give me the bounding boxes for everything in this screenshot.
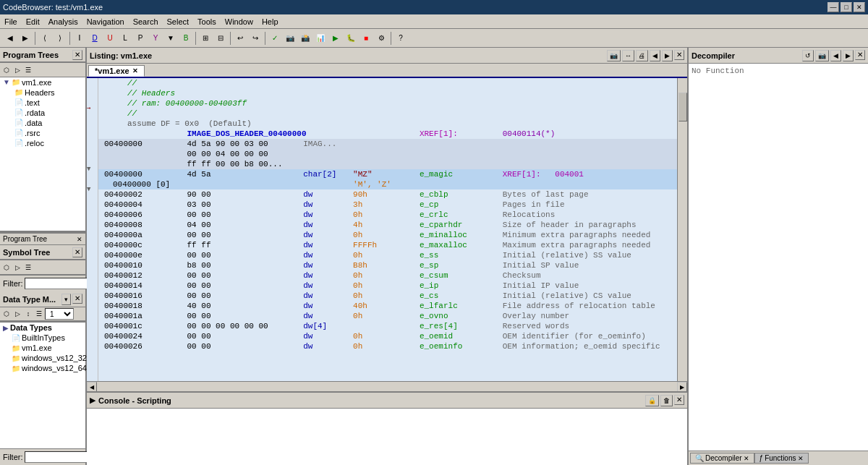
dt-btn1[interactable]: ▾ — [61, 294, 71, 305]
stop-button[interactable]: ■ — [359, 31, 373, 46]
tree-item-headers[interactable]: 📁 Headers — [0, 88, 85, 98]
undo-button[interactable]: ↩ — [233, 31, 247, 46]
screenshot-button[interactable]: 📷 — [283, 31, 297, 46]
data-types-toolbar: ⬡ ▷ ↕ ☰ 1 — [0, 307, 85, 322]
collapse-btn-2[interactable]: ▼ — [87, 185, 98, 195]
listing-snapshot-btn[interactable]: 📷 — [607, 50, 621, 61]
console-close[interactable]: ✕ — [674, 395, 684, 405]
config-button[interactable]: ⚙ — [374, 31, 388, 46]
dt-windows64[interactable]: 📁 windows_vs12_64 — [0, 363, 85, 373]
menu-select[interactable]: Select — [163, 16, 194, 27]
dt-windows32[interactable]: 📁 windows_vs12_32 — [0, 353, 85, 363]
debug-button[interactable]: 🐛 — [344, 31, 358, 46]
console-content[interactable] — [87, 409, 687, 465]
tool-btn-4[interactable]: L — [118, 31, 132, 46]
console-lock-btn[interactable]: 🔒 — [645, 395, 659, 406]
decompiler-tab-functions[interactable]: ƒ Functions ✕ — [754, 453, 809, 464]
vertical-scrollbar[interactable] — [677, 78, 687, 381]
tree-item-data[interactable]: 📄 .data — [0, 118, 85, 128]
dt-filter-label: Filter: — [3, 453, 23, 461]
listing-tab-close[interactable]: ✕ — [132, 67, 138, 74]
pt-btn3[interactable]: ☰ — [23, 65, 33, 75]
console-clear-btn[interactable]: 🗑 — [660, 395, 673, 406]
dt-tool3[interactable]: ↕ — [23, 309, 33, 319]
help-button[interactable]: ? — [393, 31, 408, 46]
st-btn2[interactable]: ▷ — [12, 263, 22, 273]
scroll-right-btn[interactable]: ▶ — [677, 382, 687, 392]
dt-vm1exe[interactable]: 📁 vm1.exe — [0, 343, 85, 353]
menu-file[interactable]: File — [0, 16, 22, 27]
menu-edit[interactable]: Edit — [22, 16, 44, 27]
tree-item-rsrc[interactable]: 📄 .rsrc — [0, 128, 85, 138]
data-types-header: Data Type M... ▾ ✕ — [0, 291, 85, 307]
dt-tool2[interactable]: ▷ — [12, 309, 22, 319]
decompiler-tab-decompiler[interactable]: 🔍 Decompiler ✕ — [690, 453, 754, 464]
dt-builtintypes[interactable]: 📄 BuiltInTypes — [0, 333, 85, 343]
decompiler-nav-next[interactable]: ▶ — [843, 50, 854, 61]
menu-search[interactable]: Search — [129, 16, 163, 27]
tree-item-reloc[interactable]: 📄 .reloc — [0, 138, 85, 148]
decompiler-tab-close[interactable]: ✕ — [744, 455, 749, 462]
pt-btn1[interactable]: ⬡ — [1, 65, 12, 75]
tool-btn-7[interactable]: ▼ — [163, 31, 178, 46]
data-types-close[interactable]: ✕ — [72, 294, 82, 304]
tree-item-vm1exe[interactable]: ▼ 📁 vm1.exe — [0, 77, 85, 88]
st-btn1[interactable]: ⬡ — [1, 263, 12, 273]
tool-btn-1[interactable]: I — [72, 31, 87, 46]
scrollbar-thumb[interactable] — [678, 93, 687, 121]
nav-next-button[interactable]: ⟩ — [53, 31, 67, 46]
run-button[interactable]: ▶ — [328, 31, 343, 46]
collapse-btn-1[interactable]: ▼ — [87, 165, 98, 175]
tool-btn-9[interactable]: ⊞ — [198, 31, 213, 46]
minimize-button[interactable]: — — [827, 2, 839, 12]
listing-nav-next[interactable]: ▶ — [662, 50, 673, 61]
tree-item-rdata[interactable]: 📄 .rdata — [0, 108, 85, 118]
pt-btn2[interactable]: ▷ — [12, 65, 22, 75]
menu-window[interactable]: Window — [221, 16, 258, 27]
scroll-left-btn[interactable]: ◀ — [87, 382, 97, 392]
maximize-button[interactable]: □ — [841, 2, 852, 12]
dt-datatypes[interactable]: ▶ Data Types — [0, 323, 85, 333]
decompiler-snapshot-btn[interactable]: 📷 — [815, 50, 829, 61]
program-tree-close-icon[interactable]: ✕ — [77, 236, 82, 243]
listing-print-btn[interactable]: 🖨 — [636, 50, 648, 61]
listing-close[interactable]: ✕ — [674, 50, 684, 60]
capture-button[interactable]: 📸 — [298, 31, 312, 46]
dt-tool1[interactable]: ⬡ — [1, 309, 12, 319]
listing-tab-vm1exe[interactable]: *vm1.exe ✕ — [88, 65, 145, 77]
listing-tab-bar: *vm1.exe ✕ — [87, 64, 687, 78]
listing-compare-btn[interactable]: ↔ — [622, 50, 634, 61]
menu-navigation[interactable]: Navigation — [82, 16, 129, 27]
tool-btn-2[interactable]: D — [88, 31, 102, 46]
listing-content[interactable]: // // Headers // ram: 00400000-004003ff … — [98, 78, 687, 381]
st-btn3[interactable]: ☰ — [23, 263, 33, 273]
functions-tab-close[interactable]: ✕ — [798, 455, 804, 462]
program-trees-close[interactable]: ✕ — [72, 50, 82, 60]
redo-button[interactable]: ↪ — [248, 31, 263, 46]
tool-btn-8[interactable]: B — [179, 31, 193, 46]
nav-prev-button[interactable]: ⟨ — [38, 31, 52, 46]
menu-analysis[interactable]: Analysis — [44, 16, 82, 27]
graph-button[interactable]: 📊 — [313, 31, 328, 46]
tree-item-text[interactable]: 📄 .text — [0, 98, 85, 108]
tool-btn-10[interactable]: ⊟ — [213, 31, 228, 46]
symbol-tree-close[interactable]: ✕ — [72, 247, 82, 257]
tool-btn-3[interactable]: U — [103, 31, 117, 46]
tool-btn-6[interactable]: Y — [148, 31, 163, 46]
listing-nav-prev[interactable]: ◀ — [650, 50, 660, 61]
dt-select[interactable]: 1 — [45, 308, 74, 320]
close-button[interactable]: ✕ — [854, 2, 865, 12]
dt-tool4[interactable]: ☰ — [34, 309, 44, 319]
back-button[interactable]: ◀ — [3, 31, 17, 46]
decompiler-close[interactable]: ✕ — [855, 50, 865, 60]
horizontal-scrollbar[interactable]: ◀ ▶ — [87, 381, 687, 391]
decompiler-refresh-btn[interactable]: ↺ — [802, 50, 814, 61]
check-button[interactable]: ✓ — [268, 31, 282, 46]
forward-button[interactable]: ▶ — [18, 31, 33, 46]
menu-tools[interactable]: Tools — [193, 16, 221, 27]
table-row: // Headers — [98, 88, 687, 98]
program-trees-header: Program Trees ✕ — [0, 48, 85, 63]
menu-help[interactable]: Help — [258, 16, 283, 27]
tool-btn-5[interactable]: P — [133, 31, 148, 46]
decompiler-nav-prev[interactable]: ◀ — [830, 50, 841, 61]
